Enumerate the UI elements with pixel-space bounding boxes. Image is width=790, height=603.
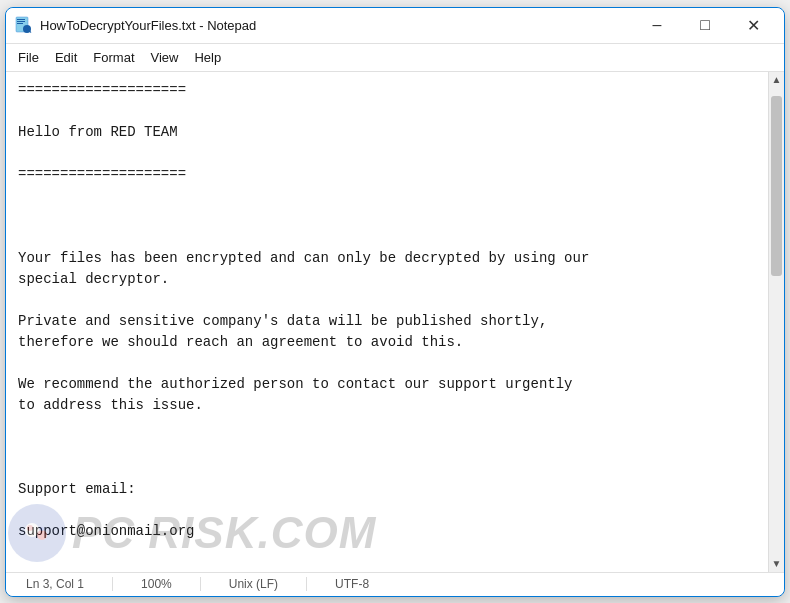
close-button[interactable]: ✕: [730, 9, 776, 41]
notepad-window: HowToDecryptYourFiles.txt - Notepad – □ …: [5, 7, 785, 597]
scroll-up-arrow[interactable]: ▲: [769, 72, 785, 88]
menu-help[interactable]: Help: [186, 46, 229, 69]
status-divider-1: [112, 577, 113, 591]
svg-rect-2: [17, 21, 25, 22]
cursor-position: Ln 3, Col 1: [18, 577, 92, 591]
text-editor[interactable]: ==================== Hello from RED TEAM…: [6, 72, 768, 572]
svg-rect-3: [17, 23, 23, 24]
minimize-button[interactable]: –: [634, 9, 680, 41]
status-divider-3: [306, 577, 307, 591]
zoom-level: 100%: [133, 577, 180, 591]
vertical-scrollbar[interactable]: ▲ ▼: [768, 72, 784, 572]
status-bar: Ln 3, Col 1 100% Unix (LF) UTF-8: [6, 572, 784, 596]
menu-view[interactable]: View: [143, 46, 187, 69]
menu-file[interactable]: File: [10, 46, 47, 69]
window-controls: – □ ✕: [634, 9, 776, 41]
menu-bar: File Edit Format View Help: [6, 44, 784, 72]
line-ending: Unix (LF): [221, 577, 286, 591]
scrollbar-track[interactable]: [769, 88, 784, 556]
menu-format[interactable]: Format: [85, 46, 142, 69]
menu-edit[interactable]: Edit: [47, 46, 85, 69]
status-divider-2: [200, 577, 201, 591]
maximize-button[interactable]: □: [682, 9, 728, 41]
app-icon: [14, 16, 32, 34]
editor-area: ==================== Hello from RED TEAM…: [6, 72, 784, 572]
scrollbar-thumb[interactable]: [771, 96, 782, 276]
svg-rect-1: [17, 19, 25, 20]
window-title: HowToDecryptYourFiles.txt - Notepad: [40, 18, 634, 33]
title-bar: HowToDecryptYourFiles.txt - Notepad – □ …: [6, 8, 784, 44]
encoding: UTF-8: [327, 577, 377, 591]
scroll-down-arrow[interactable]: ▼: [769, 556, 785, 572]
